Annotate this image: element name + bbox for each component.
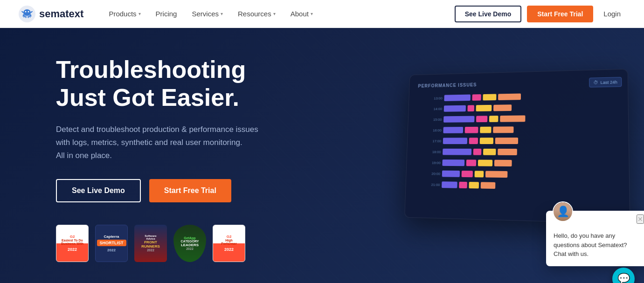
nav-pricing[interactable]: Pricing	[149, 6, 184, 21]
chat-close-button[interactable]: ✕	[637, 214, 644, 224]
chart-row: 19:00	[428, 159, 619, 168]
nav-services[interactable]: Services ▾	[185, 6, 229, 21]
nav-actions: See Live Demo Start Free Trial Login	[455, 6, 625, 22]
chart-title: PERFORMANCE ISSUES	[418, 79, 618, 89]
chart-row: 16:00	[429, 125, 619, 134]
logo-icon	[19, 6, 35, 22]
badge-software-advice: Software Advice FRONT RUNNERS 2022	[134, 225, 167, 262]
badges-row: G2 Easiest To Do Business With 2022 Capt…	[56, 225, 258, 262]
chart-card: PERFORMANCE ISSUES ⏱ Last 24h 13:00 14:0…	[404, 69, 630, 224]
navbar: sematext Products ▾ Pricing Services ▾ R…	[0, 0, 644, 28]
nav-resources[interactable]: Resources ▾	[231, 6, 282, 21]
chart-row: 14:00	[430, 102, 618, 113]
chart-time-badge: ⏱ Last 24h	[589, 77, 622, 88]
badge-capterra: Capterra SHORTLIST 2022	[95, 225, 128, 262]
chart-bars: 13:00 14:00 15:00	[415, 90, 619, 192]
svg-point-2	[25, 11, 27, 12]
nav-demo-button[interactable]: See Live Demo	[455, 6, 522, 22]
hero-buttons: See Live Demo Start Free Trial	[56, 179, 258, 202]
services-chevron-icon: ▾	[221, 11, 223, 16]
chart-row: 13:00	[430, 90, 618, 102]
brand-name: sematext	[39, 8, 83, 20]
nav-about[interactable]: About ▾	[284, 6, 319, 21]
hero-section: Troubleshooting Just Got Easier. Detect …	[0, 28, 644, 283]
nav-links: Products ▾ Pricing Services ▾ Resources …	[102, 6, 454, 21]
chat-widget: 👤 ✕ Hello, do you have any questions abo…	[546, 211, 644, 266]
hero-demo-button[interactable]: See Live Demo	[56, 179, 141, 202]
hero-title: Troubleshooting Just Got Easier.	[56, 56, 258, 112]
nav-trial-button[interactable]: Start Free Trial	[527, 6, 593, 22]
hero-chart-area: PERFORMANCE ISSUES ⏱ Last 24h 13:00 14:0…	[402, 70, 644, 257]
svg-point-3	[28, 11, 29, 12]
resources-chevron-icon: ▾	[273, 11, 276, 16]
chart-row: 21:00	[428, 180, 619, 192]
svg-point-1	[23, 9, 31, 16]
chat-icon: 💬	[617, 273, 630, 283]
chat-message: Hello, do you have any questions about S…	[554, 231, 641, 259]
chart-row: 20:00	[428, 169, 619, 180]
badge-getapp: GetApp CATEGORY LEADERS 2022	[173, 225, 206, 262]
chat-avatar: 👤	[553, 201, 573, 222]
nav-login-button[interactable]: Login	[599, 6, 625, 21]
nav-products[interactable]: Products ▾	[102, 6, 147, 21]
logo-link[interactable]: sematext	[19, 6, 83, 22]
badge-g2-easiest: G2 Easiest To Do Business With 2022	[56, 225, 89, 262]
clock-icon: ⏱	[594, 80, 598, 85]
chart-row: 18:00	[429, 148, 619, 157]
chart-row: 17:00	[429, 136, 619, 145]
chart-row: 15:00	[429, 113, 618, 124]
hero-trial-button[interactable]: Start Free Trial	[149, 179, 231, 202]
about-chevron-icon: ▾	[311, 11, 313, 16]
hero-description: Detect and troubleshoot production & per…	[56, 123, 258, 162]
products-chevron-icon: ▾	[138, 11, 141, 16]
hero-content: Troubleshooting Just Got Easier. Detect …	[0, 56, 258, 262]
badge-g2-high: G2 High Performer 2022	[213, 225, 245, 262]
